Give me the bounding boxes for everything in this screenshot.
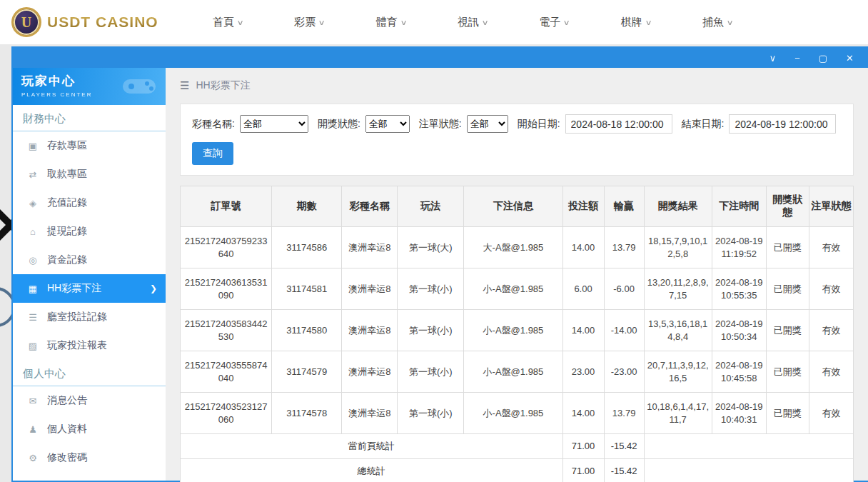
chevron-down-icon: ∨: [400, 19, 407, 26]
sidebar-item-消息公告[interactable]: ✉消息公告: [13, 386, 166, 415]
nav-item-體育[interactable]: 體育∨: [376, 16, 406, 29]
column-header: 注單狀態: [809, 186, 853, 227]
column-header: 彩種名稱: [342, 186, 398, 227]
lottery-bets-icon: ▦: [27, 283, 39, 294]
sidebar-item-label: 修改密碼: [47, 451, 87, 464]
draw-status-label: 開獎狀態:: [318, 118, 360, 131]
search-button[interactable]: 查詢: [192, 142, 233, 165]
gamepad-icon: [120, 74, 158, 101]
nav-item-棋牌[interactable]: 棋牌∨: [621, 16, 651, 29]
recharge-record-icon: ◈: [27, 198, 39, 209]
window-minimize-icon[interactable]: −: [794, 54, 800, 63]
table-cell: 14.00: [562, 310, 604, 351]
table-cell: 20,7,11,3,9,12,16,5: [644, 351, 712, 393]
window-maximize-icon[interactable]: ▢: [819, 54, 827, 63]
table-cell: 31174586: [272, 227, 342, 268]
table-cell: 23.00: [562, 351, 604, 393]
sidebar-item-label: 消息公告: [47, 394, 87, 407]
nav-item-label: 電子: [539, 16, 560, 29]
lottery-name-label: 彩種名稱:: [192, 118, 235, 131]
nav-item-label: 視訊: [458, 16, 479, 29]
main-content: ☰ HH彩票下注 彩種名稱: 全部 開獎狀態: 全部 注單狀態: 全部: [166, 68, 868, 481]
nav-item-電子[interactable]: 電子∨: [539, 16, 569, 29]
lottery-name-select[interactable]: 全部: [240, 115, 308, 133]
table-cell: 有效: [809, 310, 853, 351]
table-cell: 已開獎: [766, 351, 809, 393]
profile-icon: ♟: [27, 424, 39, 435]
nav-item-捕魚[interactable]: 捕魚∨: [702, 16, 732, 29]
table-cell: 小-A盤@1.985: [464, 268, 562, 310]
table-cell: 有效: [809, 227, 853, 268]
table-cell: 2024-08-19 10:55:35: [712, 268, 766, 310]
sidebar-item-取款專區[interactable]: ⇄取款專區: [13, 160, 166, 189]
table-row: 215217240375923364031174586澳洲幸运8第一球(大)大-…: [181, 227, 854, 268]
player-center-window: ∨ − ▢ ✕ 玩家中心 PLAYERS CENTER 財務中心▣存款專區⇄取款…: [11, 46, 868, 482]
order-status-select[interactable]: 全部: [467, 115, 508, 133]
table-cell: -23.00: [604, 351, 644, 393]
table-cell: 已開獎: [766, 268, 809, 310]
start-date-input[interactable]: [565, 114, 672, 134]
start-date-label: 開始日期:: [518, 118, 560, 131]
table-cell: 31174580: [272, 310, 342, 351]
draw-status-select[interactable]: 全部: [365, 115, 410, 133]
chevron-down-icon: ∨: [318, 19, 326, 26]
column-header: 訂單號: [181, 186, 272, 227]
nav-item-label: 彩票: [294, 16, 316, 29]
nav-item-彩票[interactable]: 彩票∨: [294, 16, 324, 29]
sidebar-item-HH彩票下注[interactable]: ▦HH彩票下注❯: [13, 274, 166, 303]
top-nav: 首頁∨彩票∨體育∨視訊∨電子∨棋牌∨捕魚∨: [213, 16, 732, 29]
table-cell: 13.79: [604, 227, 644, 268]
bets-table: 訂單號期數彩種名稱玩法下注信息投注額輸贏開獎結果下注時間開獎狀態注單狀態 215…: [180, 186, 854, 482]
table-cell: 第一球(小): [398, 351, 464, 393]
table-cell: 小-A盤@1.985: [464, 393, 562, 434]
table-cell: 澳洲幸运8: [342, 393, 398, 434]
sidebar-item-玩家投注報表[interactable]: ▨玩家投注報表: [13, 331, 166, 360]
end-date-input[interactable]: [729, 114, 836, 134]
table-cell: 第一球(小): [398, 393, 464, 434]
filter-panel: 彩種名稱: 全部 開獎狀態: 全部 注單狀態: 全部 開始日期: 結束日期:: [180, 104, 854, 176]
chevron-down-icon: ∨: [645, 19, 652, 26]
window-titlebar: ∨ − ▢ ✕: [13, 48, 868, 68]
nav-item-label: 棋牌: [621, 16, 642, 29]
sidebar-item-修改密碼[interactable]: ⚙修改密碼: [13, 443, 166, 472]
table-cell: 第一球(大): [398, 227, 464, 268]
table-cell: 31174579: [272, 351, 342, 393]
sidebar-item-提現記錄[interactable]: ⌂提現記錄: [13, 217, 166, 246]
column-header: 期數: [272, 186, 342, 227]
summary-bet-total: 71.00: [562, 434, 604, 459]
sidebar-item-label: HH彩票下注: [47, 282, 101, 295]
window-close-icon[interactable]: ✕: [846, 54, 854, 63]
sidebar-item-個人資料[interactable]: ♟個人資料: [13, 415, 166, 443]
nav-item-label: 捕魚: [702, 16, 724, 29]
sidebar-item-充值記錄[interactable]: ◈充值記錄: [13, 189, 166, 217]
table-cell: 澳洲幸运8: [342, 268, 398, 310]
player-bet-report-icon: ▨: [27, 341, 39, 351]
column-header: 投注額: [562, 186, 604, 227]
sidebar-item-label: 玩家投注報表: [47, 339, 107, 352]
sidebar-item-資金記錄[interactable]: ◎資金記錄: [13, 246, 166, 274]
brand-logo[interactable]: U USDT CASINO: [11, 7, 176, 37]
sidebar-section-header: 財務中心: [13, 105, 166, 131]
table-cell: -14.00: [604, 310, 644, 351]
table-cell: 小-A盤@1.985: [464, 351, 562, 393]
table-cell: 2152172403759233640: [181, 227, 272, 268]
nav-item-視訊[interactable]: 視訊∨: [458, 16, 488, 29]
table-cell: 2152172403583442530: [181, 310, 272, 351]
funds-record-icon: ◎: [27, 255, 39, 266]
table-cell: 14.00: [562, 393, 604, 434]
table-cell: 已開獎: [766, 227, 809, 268]
sidebar-item-label: 取款專區: [47, 168, 87, 181]
nav-item-首頁[interactable]: 首頁∨: [213, 16, 243, 29]
table-cell: 2024-08-19 10:45:58: [712, 351, 766, 393]
table-cell: 6.00: [562, 268, 604, 310]
column-header: 下注信息: [464, 186, 562, 227]
table-cell: 澳洲幸运8: [342, 351, 398, 393]
chevron-down-icon: ∨: [237, 19, 244, 26]
sidebar-item-存款專區[interactable]: ▣存款專區: [13, 131, 166, 160]
table-cell: 14.00: [562, 227, 604, 268]
summary-empty: [644, 459, 853, 482]
window-collapse-icon[interactable]: ∨: [769, 54, 777, 63]
hamburger-icon[interactable]: ☰: [180, 79, 189, 92]
sidebar-item-廳室投註記錄[interactable]: ☰廳室投註記錄: [13, 303, 166, 331]
room-bet-record-icon: ☰: [27, 312, 39, 323]
